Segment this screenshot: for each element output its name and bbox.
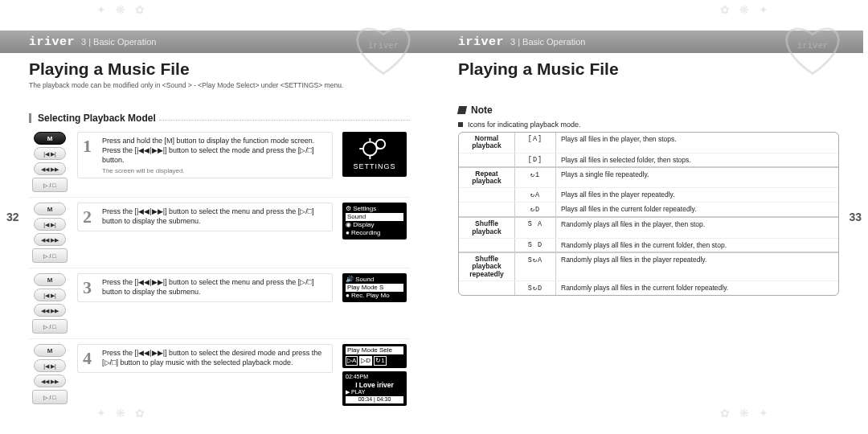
step-body: 3 Press the [|◀◀|▶▶|] button to select t… bbox=[77, 273, 333, 302]
step-number: 3 bbox=[83, 277, 97, 298]
mode-icon: ↻D bbox=[515, 203, 555, 216]
step-number: 1 bbox=[83, 136, 97, 157]
page-subtitle: The playback mode can be modified only i… bbox=[29, 81, 410, 90]
play-stop-button-icon: ▷ / □ bbox=[32, 390, 68, 404]
svg-text:◀◀ ▶▶: ◀◀ ▶▶ bbox=[41, 379, 59, 384]
step-row: M |◀ ▶| ◀◀ ▶▶ ▷ / □ 3 Press the [|◀◀|▶▶|… bbox=[29, 268, 410, 334]
top-bar-right: iriver 3 | Basic Operation iriver bbox=[429, 31, 863, 53]
section-heading: Selecting Playback Model bbox=[29, 113, 410, 124]
play-stop-button-icon: ▷ / □ bbox=[32, 248, 68, 263]
svg-text:M: M bbox=[47, 276, 53, 284]
step-text: Press the [|◀◀|▶▶|] button to select the… bbox=[102, 277, 327, 297]
device-screen-nowplaying: 02:45PM I Love iriver ▶ PLAY 00:34 | 04:… bbox=[342, 371, 407, 406]
fwd-rew-button-icon: ◀◀ ▶▶ bbox=[34, 233, 66, 246]
svg-text:▷ / □: ▷ / □ bbox=[43, 395, 56, 400]
step-body: 4 Press the [|◀◀|▶▶|] button to select t… bbox=[77, 344, 333, 373]
mode-description: Plays all files in the current folder re… bbox=[555, 203, 838, 216]
svg-text:iriver: iriver bbox=[797, 41, 828, 51]
svg-text:|◀ ▶|: |◀ ▶| bbox=[43, 222, 56, 228]
device-screen-playmode: Play Mode Sele ▷A ▷D ↻1 bbox=[342, 344, 407, 368]
step-text: Press and hold the [M] button to display… bbox=[102, 136, 327, 165]
m-button-icon: M bbox=[34, 203, 66, 215]
device-screen-menu: 🔊 SoundPlay Mode S● Rec. Play Mo bbox=[342, 273, 407, 302]
button-column: M |◀ ▶| ◀◀ ▶▶ ▷ / □ bbox=[29, 132, 71, 192]
table-row: S↻D Randomly plays all files in the curr… bbox=[459, 280, 838, 295]
note-heading: Note bbox=[458, 104, 839, 116]
svg-text:◀◀ ▶▶: ◀◀ ▶▶ bbox=[41, 308, 59, 313]
mode-icon: [A] bbox=[515, 133, 555, 153]
svg-text:|◀ ▶|: |◀ ▶| bbox=[43, 293, 56, 299]
table-row: Repeat playback ↻1 Plays a single file r… bbox=[459, 167, 838, 188]
svg-point-6 bbox=[376, 140, 385, 149]
m-button-icon: M bbox=[34, 132, 66, 145]
mode-description: Randomly plays all files in the current … bbox=[555, 239, 838, 252]
mode-description: Plays all files in selected folder, then… bbox=[555, 154, 838, 166]
step-row: M |◀ ▶| ◀◀ ▶▶ ▷ / □ 4 Press the [|◀◀|▶▶|… bbox=[29, 338, 410, 406]
prev-next-button-icon: |◀ ▶| bbox=[34, 289, 66, 301]
svg-text:|◀ ▶|: |◀ ▶| bbox=[43, 151, 56, 158]
mode-group-label: Shuffle playback bbox=[459, 218, 515, 238]
button-column: M |◀ ▶| ◀◀ ▶▶ ▷ / □ bbox=[29, 273, 71, 334]
button-column: M |◀ ▶| ◀◀ ▶▶ ▷ / □ bbox=[29, 203, 71, 263]
breadcrumb: 3 | Basic Operation bbox=[510, 37, 585, 47]
mode-description: Plays all files in the player repeatedly… bbox=[555, 188, 838, 202]
prev-next-button-icon: |◀ ▶| bbox=[34, 359, 66, 372]
playback-mode-table: Normal playback [A] Plays all files in t… bbox=[458, 132, 839, 296]
table-row: Shuffle playback S A Randomly plays all … bbox=[459, 217, 838, 238]
steps-list: M |◀ ▶| ◀◀ ▶▶ ▷ / □ 1 Press and hold the… bbox=[29, 132, 410, 406]
svg-text:M: M bbox=[47, 347, 53, 354]
mode-description: Plays all files in the player, then stop… bbox=[555, 133, 838, 153]
step-text: Press the [|◀◀|▶▶|] button to select the… bbox=[102, 348, 327, 367]
svg-text:◀◀ ▶▶: ◀◀ ▶▶ bbox=[41, 166, 59, 172]
mode-icon: S D bbox=[515, 239, 555, 252]
prev-next-button-icon: |◀ ▶| bbox=[34, 147, 66, 160]
step-row: M |◀ ▶| ◀◀ ▶▶ ▷ / □ 2 Press the [|◀◀|▶▶|… bbox=[29, 197, 410, 263]
step-row: M |◀ ▶| ◀◀ ▶▶ ▷ / □ 1 Press and hold the… bbox=[29, 132, 410, 192]
table-row: ↻D Plays all files in the current folder… bbox=[459, 202, 838, 217]
step-text: Press the [|◀◀|▶▶|] button to select the… bbox=[102, 207, 327, 226]
heart-watermark-icon: iriver bbox=[347, 13, 420, 77]
svg-text:iriver: iriver bbox=[368, 41, 399, 51]
svg-point-5 bbox=[363, 142, 377, 156]
left-page: iriver 3 | Basic Operation iriver Playin… bbox=[0, 0, 434, 434]
mode-icon: S↻A bbox=[515, 253, 555, 280]
mode-icon: [D] bbox=[515, 154, 555, 166]
svg-text:M: M bbox=[47, 206, 53, 213]
step-number: 4 bbox=[83, 348, 97, 369]
table-row: Shuffle playback repeatedly S↻A Randomly… bbox=[459, 252, 838, 280]
breadcrumb: 3 | Basic Operation bbox=[81, 37, 156, 47]
button-column: M |◀ ▶| ◀◀ ▶▶ ▷ / □ bbox=[29, 344, 71, 404]
play-stop-button-icon: ▷ / □ bbox=[32, 319, 68, 334]
mode-group-label: Shuffle playback repeatedly bbox=[459, 253, 515, 280]
step-body: 2 Press the [|◀◀|▶▶|] button to select t… bbox=[77, 203, 333, 231]
table-row: Normal playback [A] Plays all files in t… bbox=[459, 133, 838, 153]
mode-icon: S A bbox=[515, 218, 555, 238]
step-number: 2 bbox=[83, 207, 97, 227]
brand-logo: iriver bbox=[29, 35, 75, 49]
mode-group-label: Normal playback bbox=[459, 133, 515, 153]
mode-group-label: Repeat playback bbox=[459, 168, 515, 188]
device-screen-settings: SETTINGS bbox=[342, 132, 407, 177]
mode-description: Randomly plays all files in the player r… bbox=[555, 253, 838, 280]
fwd-rew-button-icon: ◀◀ ▶▶ bbox=[34, 162, 66, 175]
mode-description: Randomly plays all files in the player, … bbox=[555, 218, 838, 238]
mode-icon: S↻D bbox=[515, 281, 555, 295]
svg-text:▷ / □: ▷ / □ bbox=[43, 182, 56, 188]
device-screen-menu: ⚙ SettingsSound◉ Display● Recording bbox=[342, 203, 407, 240]
mode-description: Randomly plays all files in the current … bbox=[555, 281, 838, 295]
note-subheading: Icons for indicating playback mode. bbox=[458, 121, 839, 129]
fwd-rew-button-icon: ◀◀ ▶▶ bbox=[34, 304, 66, 317]
prev-next-button-icon: |◀ ▶| bbox=[34, 218, 66, 231]
svg-text:|◀ ▶|: |◀ ▶| bbox=[43, 363, 56, 370]
m-button-icon: M bbox=[34, 273, 66, 286]
fwd-rew-button-icon: ◀◀ ▶▶ bbox=[34, 375, 66, 387]
svg-text:◀◀ ▶▶: ◀◀ ▶▶ bbox=[41, 237, 59, 243]
table-row: [D] Plays all files in selected folder, … bbox=[459, 153, 838, 167]
svg-text:▷ / □: ▷ / □ bbox=[43, 324, 56, 330]
top-bar-left: iriver 3 | Basic Operation iriver bbox=[0, 31, 434, 53]
play-stop-button-icon: ▷ / □ bbox=[32, 178, 68, 192]
mode-icon: ↻A bbox=[515, 188, 555, 202]
step-body: 1 Press and hold the [M] button to displ… bbox=[77, 132, 333, 178]
mode-description: Plays a single file repeatedly. bbox=[555, 168, 838, 188]
svg-text:▷ / □: ▷ / □ bbox=[43, 253, 56, 259]
